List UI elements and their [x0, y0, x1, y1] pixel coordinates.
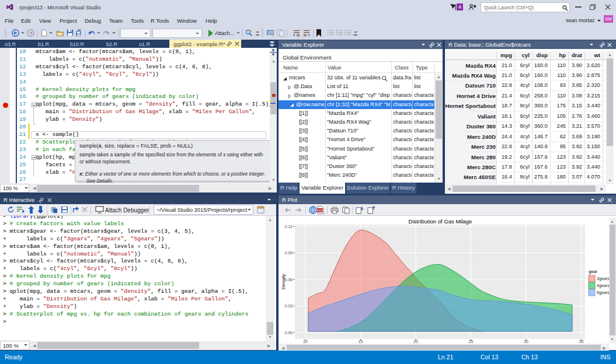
- svg-text:15: 15: [359, 340, 363, 344]
- svg-text:3gears: 3gears: [597, 276, 609, 281]
- svg-text:0.03: 0.03: [284, 304, 293, 308]
- svg-text:PDF: PDF: [317, 209, 323, 212]
- svg-text:10: 10: [303, 340, 308, 344]
- svg-text:35: 35: [579, 340, 584, 344]
- svg-text:5gears: 5gears: [597, 290, 609, 295]
- svg-text:0.09: 0.09: [284, 251, 293, 255]
- svg-text:0.12: 0.12: [284, 225, 293, 229]
- svg-text:20: 20: [413, 340, 418, 344]
- svg-text:25: 25: [469, 340, 474, 344]
- svg-text:30: 30: [524, 340, 528, 344]
- svg-text:0.00: 0.00: [284, 331, 293, 335]
- svg-text:gear: gear: [589, 269, 598, 274]
- svg-text:Distribution of Gas Milage: Distribution of Gas Milage: [409, 218, 472, 225]
- svg-text:Density: Density: [281, 274, 286, 290]
- svg-text:4gears: 4gears: [597, 284, 609, 288]
